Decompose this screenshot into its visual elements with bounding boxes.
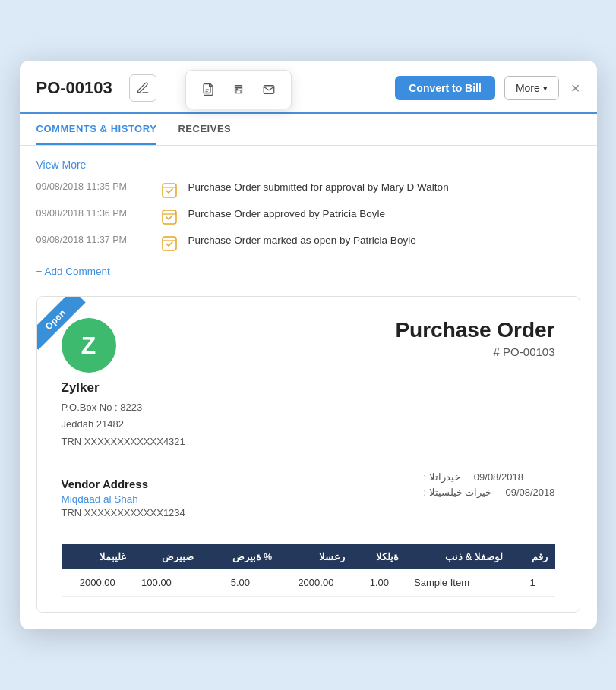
tab-receives[interactable]: RECEIVES [178,114,231,145]
history-item: 09/08/2018 11:37 PM Purchase Order marke… [36,235,580,252]
meta-value-1: 09/08/2018 [474,471,523,483]
table-row: 2000.00 100.00 5.00 2000.00 1.00 Sample … [62,569,555,597]
meta-value-2: 09/08/2018 [505,487,554,498]
modal-header: PO-00103 [20,61,597,114]
doc-header-row: Z Zylker P.O.Box No : 8223 Jeddah 21482 … [62,318,555,449]
history-date: 09/08/2018 11:37 PM [36,235,150,245]
history-list: 09/08/2018 11:35 PM Purchase Order submi… [36,181,580,252]
po-label-block: Purchase Order # PO-00103 [395,318,554,358]
view-more-link[interactable]: View More [36,159,87,171]
col-header-amount: غليبملا [62,544,134,569]
history-date: 09/08/2018 11:36 PM [36,208,150,219]
email-icon [262,83,276,96]
col-header-tax: ضبيرض [134,544,201,569]
cell-tax-pct: 5.00 [201,569,280,597]
tab-comments-history[interactable]: COMMENTS & HISTORY [36,114,157,145]
document-area: Open Z Zylker P.O.Box No : 8223 Jeddah 2… [36,296,580,612]
print-icon [232,83,245,96]
email-button[interactable] [254,75,283,104]
col-header-desc: لوصفلا & ذنب [406,544,510,569]
open-badge-label: Open [37,297,86,350]
vendor-city: Jeddah 21482 [62,416,185,433]
vendor-address-label: Vendor Address [62,477,185,490]
meta-row-1: 09/08/2018 خيدراتلا : [424,471,555,483]
comments-section: View More 09/08/2018 11:35 PM Purchase O… [20,146,597,285]
meta-dates-block: 09/08/2018 خيدراتلا : 09/08/2018 خيرات خ… [424,471,555,502]
po-title: PO-00103 [36,78,112,98]
svg-rect-7 [163,237,176,250]
cell-rate: 2000.00 [280,569,352,597]
meta-row-2: 09/08/2018 خيرات خيلسيتلا : [424,487,555,498]
line-items-table: غليبملا ضبيرض % ةبيرض رعسلا ةيلكلا لوصفل… [62,544,555,597]
vendor-po-box: P.O.Box No : 8223 [62,399,185,416]
history-item: 09/08/2018 11:35 PM Purchase Order submi… [36,181,580,199]
col-header-qty: ةيلكلا [352,544,406,569]
convert-to-bill-button[interactable]: Convert to Bill [395,76,495,100]
purchase-order-modal: PO-00103 [20,61,597,629]
vendor-address-section: Vendor Address Miqdaad al Shah TRN XXXXX… [62,477,185,518]
cell-num: 1 [510,569,555,597]
history-text: Purchase Order submitted for approval by… [188,181,449,193]
edit-button[interactable] [129,74,156,102]
history-text: Purchase Order approved by Patricia Boyl… [188,208,386,219]
col-header-num: رقم [510,544,555,569]
svg-point-3 [236,89,238,90]
edit-icon [136,81,150,95]
svg-rect-2 [236,90,241,93]
pdf-icon [201,83,215,96]
vendor-contact-link[interactable]: Miqdaad al Shah [62,493,185,505]
doc-body: Z Zylker P.O.Box No : 8223 Jeddah 21482 … [37,297,580,611]
svg-rect-5 [163,184,176,197]
chevron-down-icon: ▾ [543,83,548,93]
vendor-address-trn: TRN XXXXXXXXXXXX1234 [62,507,185,518]
meta-label-2: خيرات خيلسيتلا : [424,487,492,498]
cell-qty: 1.00 [352,569,406,597]
tabs-bar: COMMENTS & HISTORY RECEIVES [20,114,597,146]
print-button[interactable] [224,75,253,104]
toolbar-popup [185,70,292,109]
cell-amount: 2000.00 [62,569,134,597]
po-document-number: # PO-00103 [395,345,554,358]
more-button[interactable]: More ▾ [504,76,559,100]
col-header-tax-pct: % ةبيرض [201,544,280,569]
add-comment-link[interactable]: + Add Comment [36,266,110,277]
meta-label-1: خيدراتلا : [424,471,460,483]
pdf-button[interactable] [194,75,223,104]
history-item: 09/08/2018 11:36 PM Purchase Order appro… [36,208,580,225]
history-event-icon [161,209,178,225]
history-date: 09/08/2018 11:35 PM [36,181,150,192]
vendor-name: Zylker [62,380,185,395]
history-event-icon [161,235,178,252]
close-button[interactable]: × [571,80,580,96]
header-icons [129,74,156,102]
svg-rect-6 [163,210,176,224]
history-event-icon [161,182,178,199]
po-document-label: Purchase Order [395,318,554,342]
history-text: Purchase Order marked as open by Patrici… [188,235,416,246]
vendor-trn-main: TRN XXXXXXXXXXXX4321 [62,433,185,450]
open-badge: Open [37,297,98,358]
col-header-rate: رعسلا [280,544,352,569]
cell-desc: Sample Item [406,569,510,597]
cell-tax: 100.00 [134,569,201,597]
